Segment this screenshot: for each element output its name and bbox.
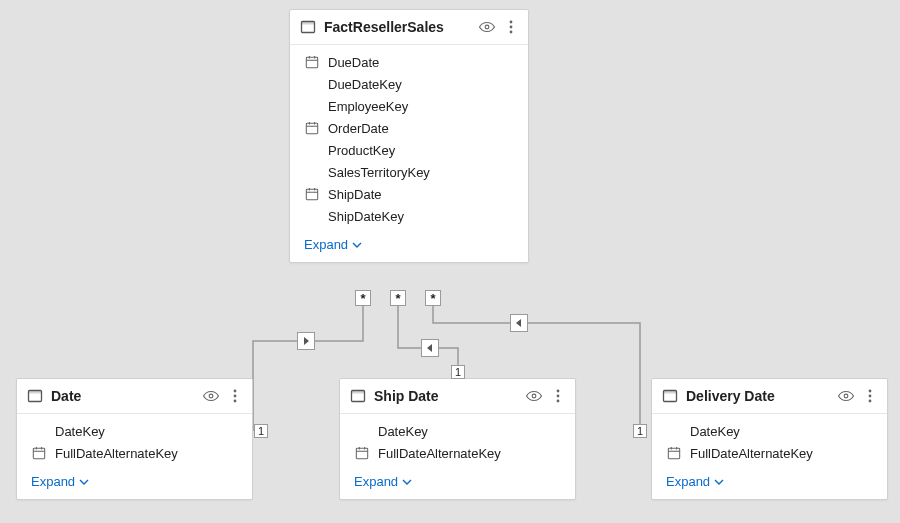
- field-name: DueDateKey: [328, 77, 402, 92]
- field-row[interactable]: ProductKey: [290, 139, 528, 161]
- svg-point-42: [869, 395, 872, 398]
- field-row[interactable]: DueDateKey: [290, 73, 528, 95]
- field-name: EmployeeKey: [328, 99, 408, 114]
- field-row[interactable]: SalesTerritoryKey: [290, 161, 528, 183]
- visibility-icon[interactable]: [478, 18, 496, 36]
- chevron-down-icon: [79, 477, 89, 487]
- field-row[interactable]: FullDateAlternateKey: [340, 442, 575, 464]
- table-icon: [300, 19, 316, 35]
- chevron-down-icon: [352, 240, 362, 250]
- table-header[interactable]: FactResellerSales: [290, 10, 528, 45]
- table-title: Date: [51, 388, 194, 404]
- svg-point-41: [869, 390, 872, 393]
- table-header[interactable]: Ship Date: [340, 379, 575, 414]
- svg-point-22: [234, 395, 237, 398]
- calendar-icon: [31, 445, 47, 461]
- field-row[interactable]: DateKey: [652, 420, 887, 442]
- svg-point-43: [869, 400, 872, 403]
- cardinality-one-marker: 1: [633, 424, 647, 438]
- expand-label: Expand: [666, 474, 710, 489]
- table-card-shipdate[interactable]: Ship Date DateKey FullDateAlternateKey E…: [339, 378, 576, 500]
- visibility-icon[interactable]: [837, 387, 855, 405]
- svg-point-40: [844, 394, 848, 398]
- more-icon[interactable]: [551, 387, 565, 405]
- svg-rect-1: [302, 22, 315, 25]
- field-row[interactable]: FullDateAlternateKey: [17, 442, 252, 464]
- table-card-date[interactable]: Date DateKey FullDateAlternateKey Expand: [16, 378, 253, 500]
- table-title: Delivery Date: [686, 388, 829, 404]
- field-name: ShipDate: [328, 187, 381, 202]
- field-row[interactable]: OrderDate: [290, 117, 528, 139]
- svg-point-20: [209, 394, 213, 398]
- field-row[interactable]: ShipDateKey: [290, 205, 528, 227]
- table-icon: [27, 388, 43, 404]
- cardinality-one-marker: 1: [451, 365, 465, 379]
- svg-point-31: [557, 390, 560, 393]
- field-name: ProductKey: [328, 143, 395, 158]
- field-name: ShipDateKey: [328, 209, 404, 224]
- expand-label: Expand: [354, 474, 398, 489]
- table-card-delivery[interactable]: Delivery Date DateKey FullDateAlternateK…: [651, 378, 888, 500]
- svg-point-5: [510, 31, 513, 34]
- visibility-icon[interactable]: [525, 387, 543, 405]
- expand-button[interactable]: Expand: [290, 231, 528, 262]
- calendar-icon: [304, 120, 320, 136]
- field-list: DateKey FullDateAlternateKey: [17, 414, 252, 468]
- field-row[interactable]: EmployeeKey: [290, 95, 528, 117]
- expand-button[interactable]: Expand: [17, 468, 252, 499]
- field-list: DateKey FullDateAlternateKey: [652, 414, 887, 468]
- field-name: DateKey: [690, 424, 740, 439]
- field-row[interactable]: DateKey: [340, 420, 575, 442]
- field-name: FullDateAlternateKey: [690, 446, 813, 461]
- field-list: DueDate DueDateKey EmployeeKey OrderDate…: [290, 45, 528, 231]
- field-name: FullDateAlternateKey: [55, 446, 178, 461]
- filter-direction-icon: [421, 339, 439, 357]
- svg-rect-6: [306, 57, 317, 68]
- field-name: OrderDate: [328, 121, 389, 136]
- field-row[interactable]: FullDateAlternateKey: [652, 442, 887, 464]
- chevron-down-icon: [714, 477, 724, 487]
- svg-point-2: [485, 25, 489, 29]
- table-icon: [350, 388, 366, 404]
- chevron-down-icon: [402, 477, 412, 487]
- visibility-icon[interactable]: [202, 387, 220, 405]
- svg-point-23: [234, 400, 237, 403]
- table-title: FactResellerSales: [324, 19, 470, 35]
- field-name: DateKey: [55, 424, 105, 439]
- svg-point-4: [510, 26, 513, 29]
- more-icon[interactable]: [228, 387, 242, 405]
- field-row[interactable]: DueDate: [290, 51, 528, 73]
- more-icon[interactable]: [863, 387, 877, 405]
- svg-rect-44: [668, 448, 679, 459]
- table-header[interactable]: Delivery Date: [652, 379, 887, 414]
- table-card-fact[interactable]: FactResellerSales DueDate DueDateKey Emp…: [289, 9, 529, 263]
- field-row[interactable]: DateKey: [17, 420, 252, 442]
- calendar-icon: [304, 186, 320, 202]
- field-name: FullDateAlternateKey: [378, 446, 501, 461]
- table-icon: [662, 388, 678, 404]
- svg-point-32: [557, 395, 560, 398]
- svg-rect-39: [664, 391, 677, 394]
- more-icon[interactable]: [504, 18, 518, 36]
- filter-direction-icon: [510, 314, 528, 332]
- field-row[interactable]: ShipDate: [290, 183, 528, 205]
- svg-rect-10: [306, 123, 317, 134]
- svg-rect-34: [356, 448, 367, 459]
- svg-rect-14: [306, 189, 317, 200]
- expand-label: Expand: [304, 237, 348, 252]
- svg-rect-19: [29, 391, 42, 394]
- filter-direction-icon: [297, 332, 315, 350]
- expand-button[interactable]: Expand: [652, 468, 887, 499]
- cardinality-many-marker: *: [355, 290, 371, 306]
- expand-button[interactable]: Expand: [340, 468, 575, 499]
- field-name: DueDate: [328, 55, 379, 70]
- cardinality-one-marker: 1: [254, 424, 268, 438]
- svg-point-3: [510, 21, 513, 24]
- field-name: SalesTerritoryKey: [328, 165, 430, 180]
- svg-point-21: [234, 390, 237, 393]
- expand-label: Expand: [31, 474, 75, 489]
- table-header[interactable]: Date: [17, 379, 252, 414]
- table-title: Ship Date: [374, 388, 517, 404]
- svg-point-33: [557, 400, 560, 403]
- field-name: DateKey: [378, 424, 428, 439]
